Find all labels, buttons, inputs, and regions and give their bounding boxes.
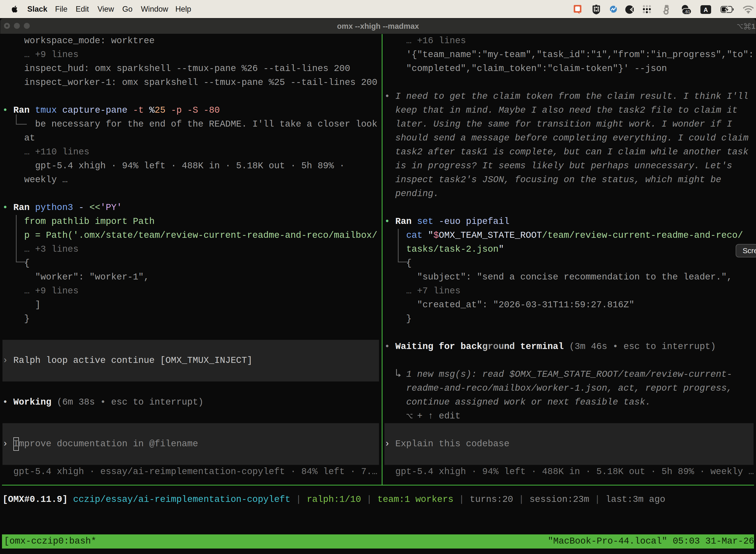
svg-text:A: A — [704, 6, 708, 13]
svg-text:..61: ..61 — [683, 9, 690, 14]
